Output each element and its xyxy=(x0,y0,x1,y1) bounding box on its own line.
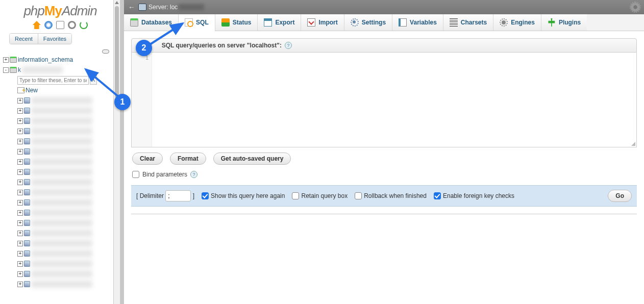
expand-icon[interactable]: + xyxy=(17,261,23,267)
expand-icon[interactable]: + xyxy=(17,200,23,206)
sql-editor[interactable]: 1 xyxy=(131,53,637,147)
table-name-blurred xyxy=(31,107,92,114)
help-icon[interactable]: ? xyxy=(285,42,292,49)
tab-favorites[interactable]: Favorites xyxy=(38,34,71,44)
table-row[interactable]: + xyxy=(17,187,118,197)
rollback-option[interactable]: Rollback when finished xyxy=(355,192,427,199)
splitter[interactable] xyxy=(120,0,124,304)
table-row[interactable]: + xyxy=(17,238,118,248)
expand-icon[interactable]: + xyxy=(17,159,23,165)
fk-checkbox[interactable] xyxy=(434,192,441,199)
bind-params-label: Bind parameters xyxy=(142,171,187,178)
table-row[interactable]: + xyxy=(17,106,118,116)
table-row[interactable]: + xyxy=(17,259,118,269)
link-icon[interactable] xyxy=(102,49,109,54)
scroll-up-icon[interactable] xyxy=(115,1,119,4)
logout-icon[interactable] xyxy=(44,21,53,29)
page-settings-icon[interactable] xyxy=(631,3,640,12)
back-arrow-icon[interactable]: ← xyxy=(128,3,138,11)
query-window-icon[interactable] xyxy=(56,21,64,29)
expand-icon[interactable]: + xyxy=(17,139,23,144)
expand-icon[interactable]: + xyxy=(17,190,23,195)
tab-variables[interactable]: Variables xyxy=(392,14,443,31)
table-row[interactable]: + xyxy=(17,177,118,187)
table-icon xyxy=(24,210,30,216)
expand-icon[interactable]: + xyxy=(17,149,23,155)
expand-icon[interactable]: + xyxy=(17,271,23,277)
delimiter-input[interactable] xyxy=(165,190,191,201)
tab-plugins[interactable]: Plugins xyxy=(541,14,587,31)
table-row[interactable]: + xyxy=(17,218,118,228)
table-row[interactable]: + xyxy=(17,95,118,106)
expand-icon[interactable]: + xyxy=(17,98,23,104)
home-icon[interactable] xyxy=(33,21,41,29)
new-table-link[interactable]: New xyxy=(17,85,118,95)
format-button[interactable]: Format xyxy=(170,153,206,165)
main: ← Server: loc Databases SQL Status Expor… xyxy=(124,0,644,304)
table-row[interactable]: + xyxy=(17,208,118,218)
nav-settings-icon[interactable] xyxy=(68,21,76,29)
help-icon[interactable]: ? xyxy=(190,171,197,178)
tab-import[interactable]: Import xyxy=(301,14,343,31)
retain-checkbox[interactable] xyxy=(292,192,299,199)
collapse-icon[interactable]: - xyxy=(3,67,9,73)
logo[interactable]: phpMyAdmin xyxy=(0,0,120,20)
new-icon xyxy=(17,87,24,93)
expand-icon[interactable]: + xyxy=(3,57,9,63)
table-name-blurred xyxy=(31,189,92,196)
expand-icon[interactable]: + xyxy=(17,251,23,257)
table-name-blurred xyxy=(31,250,92,257)
show-again-checkbox[interactable] xyxy=(202,192,209,199)
table-row[interactable]: + xyxy=(17,126,118,136)
retain-option[interactable]: Retain query box xyxy=(292,192,348,199)
tab-recent[interactable]: Recent xyxy=(10,34,38,44)
table-row[interactable]: + xyxy=(17,136,118,146)
table-row[interactable]: + xyxy=(17,248,118,259)
resize-handle-icon[interactable] xyxy=(631,142,635,146)
expand-icon[interactable]: + xyxy=(17,241,23,246)
table-icon xyxy=(24,108,30,114)
table-row[interactable]: + xyxy=(17,167,118,177)
bind-params-checkbox[interactable] xyxy=(132,171,139,178)
tab-engines[interactable]: Engines xyxy=(493,14,541,31)
scrollbar-thumb[interactable] xyxy=(115,6,119,98)
table-row[interactable]: + xyxy=(17,197,118,208)
expand-icon[interactable]: + xyxy=(17,118,23,124)
sidebar-scrollbar[interactable] xyxy=(113,0,120,304)
table-row[interactable]: + xyxy=(17,146,118,157)
table-row[interactable]: + xyxy=(17,279,118,289)
table-row[interactable]: + xyxy=(17,157,118,167)
rollback-checkbox[interactable] xyxy=(355,192,362,199)
tab-sql[interactable]: SQL xyxy=(178,14,215,31)
table-icon xyxy=(24,230,30,236)
fk-option[interactable]: Enable foreign key checks xyxy=(434,192,514,199)
tab-status[interactable]: Status xyxy=(215,14,258,31)
reload-icon[interactable] xyxy=(80,21,88,29)
server-label[interactable]: Server: loc xyxy=(148,4,178,11)
db-node-selected[interactable]: - k xyxy=(3,65,118,75)
engines-icon xyxy=(500,18,508,27)
tab-charsets[interactable]: Charsets xyxy=(443,14,493,31)
get-autosaved-button[interactable]: Get auto-saved query xyxy=(213,153,291,165)
go-button[interactable]: Go xyxy=(608,190,632,202)
tree-filter-input[interactable] xyxy=(17,76,89,85)
expand-icon[interactable]: + xyxy=(17,129,23,134)
tab-settings[interactable]: Settings xyxy=(344,14,392,31)
expand-icon[interactable]: + xyxy=(17,231,23,236)
expand-icon[interactable]: + xyxy=(17,282,23,287)
db-node-information-schema[interactable]: + information_schema xyxy=(3,55,118,65)
expand-icon[interactable]: + xyxy=(17,108,23,114)
table-row[interactable]: + xyxy=(17,228,118,238)
clear-filter-button[interactable]: X xyxy=(90,75,97,85)
tab-databases[interactable]: Databases xyxy=(124,14,178,31)
table-row[interactable]: + xyxy=(17,116,118,126)
expand-icon[interactable]: + xyxy=(17,169,23,175)
table-row[interactable]: + xyxy=(17,269,118,279)
clear-button[interactable]: Clear xyxy=(132,153,163,165)
show-again-option[interactable]: Show this query here again xyxy=(202,192,285,199)
expand-icon[interactable]: + xyxy=(17,210,23,216)
editor-code-area[interactable] xyxy=(152,53,636,147)
expand-icon[interactable]: + xyxy=(17,220,23,226)
tab-export[interactable]: Export xyxy=(257,14,301,31)
expand-icon[interactable]: + xyxy=(17,180,23,185)
